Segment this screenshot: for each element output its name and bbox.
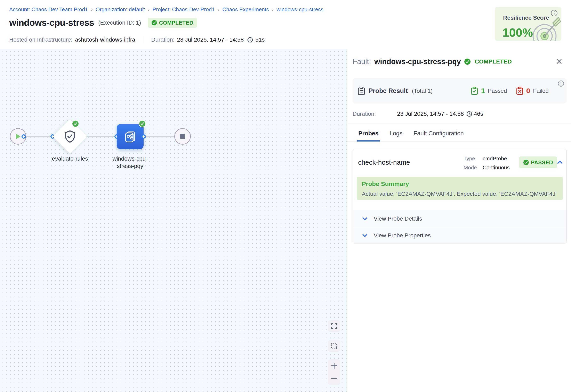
- probe-status-badge: PASSED: [519, 156, 557, 168]
- breadcrumb: Account: Chaos Dev Team Prod1 › Organiza…: [9, 6, 323, 13]
- tab-fault-configuration[interactable]: Fault Configuration: [413, 126, 464, 141]
- status-badge: COMPLETED: [148, 18, 197, 28]
- zoom-in-button[interactable]: [328, 359, 340, 372]
- breadcrumb-project[interactable]: Project: Chaos-Dev-Prod1: [153, 6, 215, 13]
- probe-status-label: PASSED: [531, 159, 553, 166]
- passed-count: 1: [481, 87, 485, 95]
- play-icon: [15, 133, 21, 140]
- divider: [347, 124, 571, 124]
- failed-clipboard-icon: [516, 87, 523, 95]
- breadcrumb-chaos-experiments[interactable]: Chaos Experiments: [222, 6, 269, 13]
- plus-icon: [331, 362, 338, 369]
- probe-result-total: (Total 1): [412, 88, 433, 94]
- probe-name: check-host-name: [358, 158, 410, 166]
- node-label-fault-line1: windows-cpu-: [112, 155, 148, 162]
- success-check-badge: [139, 120, 146, 127]
- check-circle-icon: [464, 58, 471, 65]
- view-probe-properties-row[interactable]: View Probe Properties: [353, 227, 567, 244]
- chevron-down-icon: [361, 215, 368, 222]
- tab-probes[interactable]: Probes: [358, 126, 378, 141]
- clock-icon: [247, 37, 253, 42]
- marquee-select-button[interactable]: [328, 340, 340, 352]
- failed-label: Failed: [533, 88, 549, 94]
- hosted-value: ashutosh-windows-infra: [75, 36, 135, 43]
- probe-result-card: Probe Result (Total 1) 1 Passed 0 Failed: [353, 78, 567, 103]
- fault-duration-elapsed: 46s: [474, 111, 483, 117]
- target-arrow-illustration: [524, 15, 561, 41]
- zoom-out-button[interactable]: [328, 372, 340, 385]
- fault-label: Fault:: [353, 57, 371, 66]
- success-check-badge: [72, 120, 79, 127]
- duration-label: Duration:: [151, 36, 175, 43]
- pipeline-end-node[interactable]: [174, 128, 191, 145]
- breadcrumb-separator-icon: ›: [272, 6, 274, 13]
- check-circle-icon: [151, 20, 157, 26]
- execution-meta: Hosted on Infrastructure: ashutosh-windo…: [9, 36, 265, 43]
- probe-type-label: Type: [464, 154, 481, 163]
- breadcrumb-organization[interactable]: Organization: default: [96, 6, 145, 13]
- chevron-down-icon: [361, 232, 368, 239]
- page-title: windows-cpu-stress: [9, 18, 94, 28]
- breadcrumb-account[interactable]: Account: Chaos Dev Team Prod1: [9, 6, 88, 13]
- page-header: Account: Chaos Dev Team Prod1 › Organiza…: [0, 0, 571, 49]
- shield-check-icon: [60, 126, 80, 146]
- execution-id: (Execution ID: 1): [98, 19, 141, 26]
- passed-label: Passed: [488, 88, 507, 94]
- tab-logs[interactable]: Logs: [390, 126, 402, 141]
- status-badge-label: COMPLETED: [159, 20, 194, 26]
- fault-duration-label: Duration:: [353, 111, 397, 117]
- breadcrumb-current[interactable]: windows-cpu-stress: [277, 6, 323, 13]
- fault-details-panel: Fault: windows-cpu-stress-pqy COMPLETED …: [347, 49, 571, 392]
- clock-icon: [466, 111, 472, 117]
- divider: [143, 36, 143, 43]
- fault-name: windows-cpu-stress-pqy: [374, 57, 461, 66]
- node-label-fault-line2: stress-pqy: [117, 163, 143, 169]
- fault-tabs: Probes Logs Fault Configuration: [347, 126, 571, 141]
- chevron-up-icon[interactable]: [556, 158, 564, 166]
- pipeline-connector-line: [18, 136, 182, 137]
- hosted-label: Hosted on Infrastructure:: [9, 36, 72, 43]
- resilience-score-card: Resilience Score 100%: [495, 7, 561, 41]
- clipboard-icon: [358, 86, 365, 96]
- node-windows-cpu-stress-pqy[interactable]: [117, 124, 144, 149]
- view-probe-properties-label: View Probe Properties: [374, 232, 431, 239]
- fault-status: COMPLETED: [475, 58, 512, 65]
- breadcrumb-separator-icon: ›: [148, 6, 150, 13]
- probe-summary-text: Actual value: 'EC2AMAZ-QMVAF4J'. Expecte…: [362, 191, 558, 197]
- probe-mode-value: Continuous: [483, 165, 510, 171]
- connector-dot: [22, 134, 26, 139]
- probe-card-check-host-name: check-host-name Type cmdProbe Mode Conti…: [353, 149, 567, 244]
- pipeline-canvas[interactable]: evaluate-rules windows-cpu- stress-pqy: [0, 49, 347, 392]
- zoom-controls: [328, 359, 340, 385]
- close-icon[interactable]: [556, 58, 563, 65]
- fullscreen-icon: [331, 323, 337, 329]
- chaos-experiment-execution-page: Account: Chaos Dev Team Prod1 › Organiza…: [0, 0, 571, 392]
- connector-dot: [141, 134, 146, 139]
- breadcrumb-separator-icon: ›: [218, 6, 219, 13]
- info-icon[interactable]: [558, 80, 564, 87]
- probe-result-title: Probe Result: [369, 87, 408, 95]
- duration-elapsed: 51s: [255, 36, 265, 43]
- marquee-selection-icon: [331, 342, 338, 350]
- check-circle-icon: [523, 160, 529, 165]
- stop-icon: [180, 134, 185, 139]
- failed-count: 0: [526, 87, 530, 95]
- view-probe-details-label: View Probe Details: [374, 215, 422, 222]
- passed-clipboard-icon: [471, 87, 478, 95]
- chaos-fault-icon: [123, 129, 137, 144]
- duration-value: 23 Jul 2025, 14:57 - 14:58: [177, 36, 244, 43]
- probe-type-value: cmdProbe: [483, 155, 507, 162]
- probe-mode-label: Mode: [464, 163, 481, 172]
- view-probe-details-row[interactable]: View Probe Details: [353, 210, 567, 227]
- node-label-evaluate-rules: evaluate-rules: [52, 155, 88, 162]
- probe-summary-box: Probe Summary Actual value: 'EC2AMAZ-QMV…: [357, 177, 563, 200]
- fullscreen-button[interactable]: [328, 320, 340, 332]
- minus-icon: [331, 375, 338, 382]
- fault-duration-value: 23 Jul 2025, 14:57 - 14:58: [397, 111, 464, 117]
- breadcrumb-separator-icon: ›: [91, 6, 93, 13]
- probe-summary-title: Probe Summary: [362, 181, 558, 187]
